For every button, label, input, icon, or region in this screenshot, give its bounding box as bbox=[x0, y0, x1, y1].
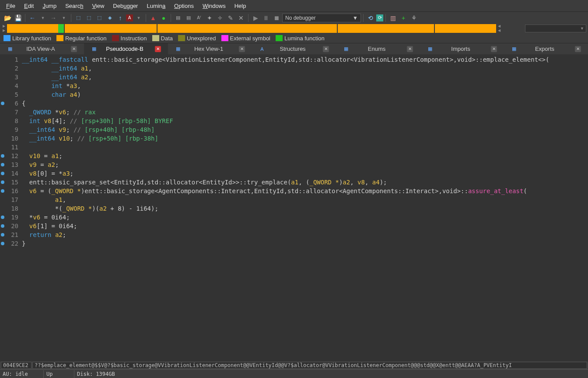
gutter-line[interactable]: 6 bbox=[0, 99, 21, 108]
menu-windows[interactable]: Windows bbox=[198, 1, 230, 11]
code-line[interactable]: int *a3, bbox=[21, 81, 588, 90]
tab-ida-view-a[interactable]: ▦IDA View-A✕ bbox=[0, 43, 84, 55]
tool-icon-star[interactable]: ✦ bbox=[205, 13, 214, 23]
debugger-combo[interactable]: No debugger ▼ bbox=[282, 14, 361, 22]
nav-block-3[interactable] bbox=[158, 24, 337, 33]
debug-stop-icon[interactable]: ⏹ bbox=[272, 13, 281, 23]
code-line[interactable]: __int64 v9; // [rsp+40h] [rbp-48h] bbox=[21, 125, 588, 134]
code-line[interactable]: __int64 a1, bbox=[21, 64, 588, 73]
tool-icon-x[interactable]: ✕ bbox=[236, 13, 246, 23]
code-line[interactable]: _QWORD *v6; // rax bbox=[21, 108, 588, 117]
code-line[interactable]: v8[0] = *a3; bbox=[21, 169, 588, 178]
close-icon[interactable]: ✕ bbox=[491, 46, 497, 52]
tab-hex-view-1[interactable]: ▦Hex View-1✕ bbox=[168, 43, 252, 55]
gutter-line[interactable]: 3 bbox=[0, 73, 21, 81]
gutter-line[interactable]: 22 bbox=[0, 239, 21, 248]
menu-lumina[interactable]: Lumina bbox=[142, 1, 170, 11]
tool-icon-flag[interactable]: ▲ bbox=[148, 13, 158, 23]
code-line[interactable]: v6[1] = 0i64; bbox=[21, 222, 588, 230]
code-line[interactable]: { bbox=[21, 99, 588, 108]
code-line[interactable]: __int64 v10; // [rsp+50h] [rbp-38h] bbox=[21, 134, 588, 143]
tab-exports[interactable]: ▦Exports✕ bbox=[504, 43, 588, 55]
gutter-line[interactable]: 2 bbox=[0, 64, 21, 73]
tool-icon-2[interactable]: ⬚ bbox=[84, 13, 94, 23]
code-line[interactable]: v6 = (_QWORD *)entt::basic_storage<Agent… bbox=[21, 187, 588, 195]
tool-icon-up[interactable]: ↑ bbox=[116, 13, 125, 23]
nav-left-icon[interactable]: ▶▶ bbox=[2, 24, 6, 33]
gutter-line[interactable]: 19 bbox=[0, 213, 21, 222]
tool-icon-edit[interactable]: ✎ bbox=[226, 13, 235, 23]
tab-imports[interactable]: ▦Imports✕ bbox=[420, 43, 504, 55]
tool-icon-A-arrow[interactable]: ▼ bbox=[134, 13, 144, 23]
close-icon[interactable]: ✕ bbox=[575, 46, 581, 52]
menu-search[interactable]: Search bbox=[61, 1, 88, 11]
gutter-line[interactable]: 8 bbox=[0, 117, 21, 125]
gutter-line[interactable]: 5 bbox=[0, 90, 21, 99]
close-icon[interactable]: ✕ bbox=[239, 46, 245, 52]
code-line[interactable]: __int64 a2, bbox=[21, 73, 588, 81]
gutter-line[interactable]: 15 bbox=[0, 178, 21, 187]
nav-combo[interactable]: ▼ bbox=[525, 25, 586, 32]
tool-icon-plus[interactable]: + bbox=[399, 13, 408, 23]
tool-icon-box-1[interactable]: ▤ bbox=[173, 13, 183, 23]
menu-view[interactable]: View bbox=[88, 1, 108, 11]
back-dropdown-icon[interactable]: ▼ bbox=[38, 13, 48, 23]
code-area[interactable]: 12345678910111213141516171819202122 __in… bbox=[0, 54, 588, 361]
menu-options[interactable]: Options bbox=[170, 1, 198, 11]
tab-structures[interactable]: AStructures✕ bbox=[252, 43, 336, 55]
code-line[interactable]: } bbox=[21, 239, 588, 248]
close-icon[interactable]: ✕ bbox=[407, 46, 413, 52]
menu-edit[interactable]: Edit bbox=[20, 1, 38, 11]
close-icon[interactable]: ✕ bbox=[155, 46, 161, 52]
address-box[interactable]: 004E9CE2 bbox=[1, 362, 32, 369]
tool-icon-box-2[interactable]: ▤ bbox=[184, 13, 193, 23]
tool-icon-Af[interactable]: Aᶠ bbox=[194, 13, 204, 23]
tool-icon-4[interactable]: ◈ bbox=[105, 13, 115, 23]
tool-icon-db[interactable]: ▥ bbox=[388, 13, 398, 23]
code-body[interactable]: __int64 __fastcall entt::basic_storage<V… bbox=[21, 54, 588, 361]
code-line[interactable]: a1, bbox=[21, 195, 588, 204]
tool-icon-sync[interactable]: ⟲ bbox=[366, 13, 375, 23]
tool-icon-3[interactable]: ⬚ bbox=[94, 13, 104, 23]
code-line[interactable]: int v8[4]; // [rsp+30h] [rbp-58h] BYREF bbox=[21, 117, 588, 125]
back-icon[interactable]: ← bbox=[28, 13, 37, 23]
tool-icon-A[interactable]: A bbox=[126, 14, 133, 21]
nav-block-5[interactable] bbox=[435, 24, 496, 33]
tool-icon-1[interactable]: ⬚ bbox=[74, 13, 83, 23]
gutter-line[interactable]: 13 bbox=[0, 160, 21, 169]
debug-play-icon[interactable]: ▶ bbox=[251, 13, 260, 23]
symbol-box[interactable]: ??$emplace_element@$$V@?$basic_storage@V… bbox=[32, 362, 587, 369]
gutter-line[interactable]: 4 bbox=[0, 81, 21, 90]
gutter-line[interactable]: 11 bbox=[0, 143, 21, 152]
menu-help[interactable]: Help bbox=[230, 1, 251, 11]
tab-enums[interactable]: ▦Enums✕ bbox=[336, 43, 420, 55]
gutter-line[interactable]: 7 bbox=[0, 108, 21, 117]
code-line[interactable]: v9 = a2; bbox=[21, 160, 588, 169]
gutter-line[interactable]: 20 bbox=[0, 222, 21, 230]
menu-file[interactable]: File bbox=[2, 1, 20, 11]
gutter-line[interactable]: 18 bbox=[0, 204, 21, 213]
tool-icon-cross[interactable]: ✧ bbox=[215, 13, 225, 23]
tab-pseudocode-b[interactable]: ▦Pseudocode-B✕ bbox=[84, 43, 168, 55]
menu-jump[interactable]: Jump bbox=[38, 1, 61, 11]
menu-debugger[interactable]: Debugger bbox=[108, 1, 142, 11]
code-line[interactable]: return a2; bbox=[21, 230, 588, 239]
nav-block-2[interactable] bbox=[65, 24, 157, 33]
gutter-line[interactable]: 1 bbox=[0, 55, 21, 64]
save-icon[interactable]: 💾 bbox=[13, 13, 23, 23]
open-icon[interactable]: 📂 bbox=[3, 13, 12, 23]
forward-dropdown-icon[interactable]: ▼ bbox=[59, 13, 69, 23]
code-line[interactable]: v10 = a1; bbox=[21, 152, 588, 160]
close-icon[interactable]: ✕ bbox=[323, 46, 329, 52]
tool-icon-green[interactable]: ● bbox=[159, 13, 168, 23]
code-line[interactable]: char a4) bbox=[21, 90, 588, 99]
gutter-line[interactable]: 9 bbox=[0, 125, 21, 134]
tool-icon-sync2[interactable]: ⟳ bbox=[376, 14, 383, 21]
gutter-line[interactable]: 12 bbox=[0, 152, 21, 160]
gutter-line[interactable]: 21 bbox=[0, 230, 21, 239]
nav-block-1[interactable] bbox=[7, 24, 64, 33]
nav-block-4[interactable] bbox=[338, 24, 434, 33]
gutter-line[interactable]: 10 bbox=[0, 134, 21, 143]
close-icon[interactable]: ✕ bbox=[71, 46, 77, 52]
gutter-line[interactable]: 14 bbox=[0, 169, 21, 178]
